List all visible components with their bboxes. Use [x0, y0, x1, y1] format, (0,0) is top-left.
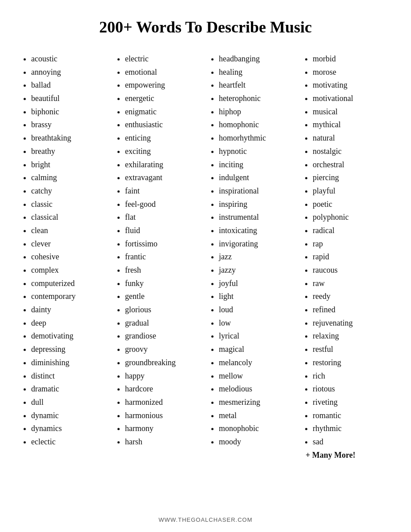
list-item: catchy	[31, 185, 107, 198]
list-item: healing	[219, 66, 295, 79]
list-item: musical	[313, 105, 389, 119]
list-item: riotous	[313, 383, 389, 396]
list-item: jazz	[219, 250, 295, 264]
list-item: classic	[31, 198, 107, 211]
list-item: contemporary	[31, 290, 107, 303]
column-2: electricemotionalempoweringenergeticenig…	[112, 52, 206, 503]
list-item: energetic	[125, 92, 201, 105]
list-item: breathy	[31, 145, 107, 158]
list-item: mythical	[313, 118, 389, 132]
list-item: restoring	[313, 356, 389, 370]
list-item: bright	[31, 158, 107, 172]
list-item: dainty	[31, 303, 107, 317]
list-item: frantic	[125, 250, 201, 264]
word-columns: acousticannoyingballadbeautifulbiphonicb…	[18, 52, 393, 503]
list-item: gradual	[125, 317, 201, 330]
list-item: flat	[125, 211, 201, 224]
list-item: light	[219, 290, 295, 303]
list-item: raw	[313, 277, 389, 290]
word-list-1: acousticannoyingballadbeautifulbiphonicb…	[22, 52, 107, 449]
list-item: hardcore	[125, 383, 201, 396]
column-4: morbidmorosemotivatingmotivationalmusica…	[299, 52, 393, 503]
list-item: joyful	[219, 277, 295, 290]
list-item: polyphonic	[313, 211, 389, 224]
word-list-4: morbidmorosemotivatingmotivationalmusica…	[304, 52, 389, 449]
list-item: harsh	[125, 435, 201, 449]
list-item: ballad	[31, 79, 107, 92]
list-item: rejuvenating	[313, 317, 389, 330]
list-item: riveting	[313, 396, 389, 409]
list-item: motivating	[313, 79, 389, 92]
list-item: mellow	[219, 370, 295, 383]
list-item: hiphop	[219, 105, 295, 119]
list-item: calming	[31, 171, 107, 185]
list-item: morose	[313, 66, 389, 79]
list-item: depressing	[31, 343, 107, 356]
list-item: nostalgic	[313, 145, 389, 158]
list-item: intoxicating	[219, 224, 295, 238]
page-title: 200+ Words To Describe Music	[99, 18, 312, 36]
list-item: fluid	[125, 224, 201, 238]
list-item: poetic	[313, 198, 389, 211]
list-item: groovy	[125, 343, 201, 356]
list-item: glorious	[125, 303, 201, 317]
list-item: lyrical	[219, 330, 295, 343]
list-item: inspirational	[219, 185, 295, 198]
list-item: magical	[219, 343, 295, 356]
list-item: brassy	[31, 118, 107, 132]
list-item: rapid	[313, 250, 389, 264]
list-item: rap	[313, 238, 389, 251]
list-item: emotional	[125, 66, 201, 79]
list-item: reedy	[313, 290, 389, 303]
list-item: motivational	[313, 92, 389, 105]
list-item: inciting	[219, 158, 295, 172]
list-item: restful	[313, 343, 389, 356]
list-item: faint	[125, 185, 201, 198]
list-item: enticing	[125, 132, 201, 145]
list-item: jazzy	[219, 264, 295, 277]
list-item: exhilarating	[125, 158, 201, 172]
list-item: rhythmic	[313, 422, 389, 435]
list-item: dramatic	[31, 383, 107, 396]
list-item: inspiring	[219, 198, 295, 211]
list-item: grandiose	[125, 330, 201, 343]
list-item: heterophonic	[219, 92, 295, 105]
list-item: relaxing	[313, 330, 389, 343]
list-item: headbanging	[219, 52, 295, 66]
list-item: hypnotic	[219, 145, 295, 158]
list-item: low	[219, 317, 295, 330]
list-item: demotivating	[31, 330, 107, 343]
list-item: exciting	[125, 145, 201, 158]
list-item: dull	[31, 396, 107, 409]
list-item: computerized	[31, 277, 107, 290]
list-item: enigmatic	[125, 105, 201, 119]
list-item: classical	[31, 211, 107, 224]
list-item: harmonized	[125, 396, 201, 409]
list-item: monophobic	[219, 422, 295, 435]
list-item: romantic	[313, 409, 389, 423]
list-item: sad	[313, 435, 389, 449]
list-item: feel-good	[125, 198, 201, 211]
list-item: happy	[125, 370, 201, 383]
list-item: enthusiastic	[125, 118, 201, 132]
list-item: natural	[313, 132, 389, 145]
list-item: raucous	[313, 264, 389, 277]
list-item: melodious	[219, 383, 295, 396]
list-item: clean	[31, 224, 107, 238]
list-item: metal	[219, 409, 295, 423]
list-item: eclectic	[31, 435, 107, 449]
list-item: acoustic	[31, 52, 107, 66]
list-item: funky	[125, 277, 201, 290]
list-item: instrumental	[219, 211, 295, 224]
column-3: headbanginghealingheartfeltheterophonich…	[206, 52, 299, 503]
list-item: fortissimo	[125, 238, 201, 251]
list-item: loud	[219, 303, 295, 317]
list-item: cohesive	[31, 250, 107, 264]
list-item: extravagant	[125, 171, 201, 185]
list-item: rich	[313, 370, 389, 383]
list-item: heartfelt	[219, 79, 295, 92]
list-item: complex	[31, 264, 107, 277]
list-item: playful	[313, 185, 389, 198]
list-item: clever	[31, 238, 107, 251]
list-item: biphonic	[31, 105, 107, 119]
